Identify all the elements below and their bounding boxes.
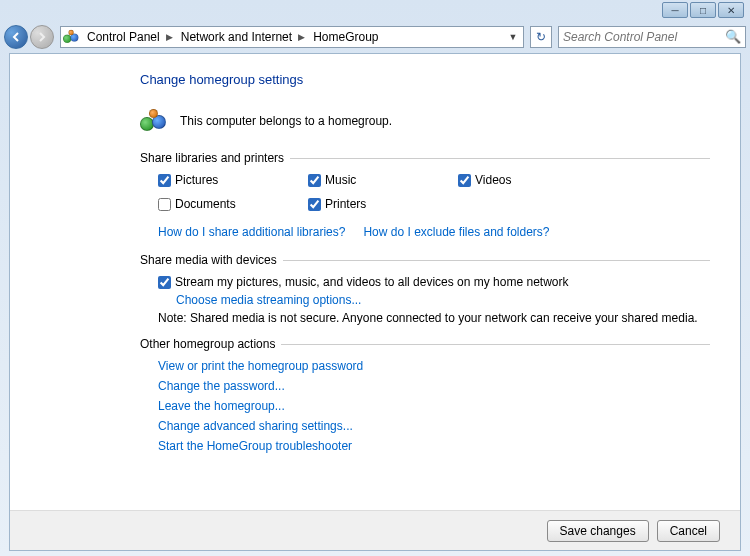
minimize-button[interactable]: ─ (662, 2, 688, 18)
checkbox-input[interactable] (158, 198, 171, 211)
checkbox-input[interactable] (158, 276, 171, 289)
homegroup-icon (63, 29, 81, 45)
nav-back-button[interactable] (4, 25, 28, 49)
link-change-password[interactable]: Change the password... (158, 379, 285, 393)
cancel-button[interactable]: Cancel (657, 520, 720, 542)
refresh-button[interactable]: ↻ (530, 26, 552, 48)
status-row: This computer belongs to a homegroup. (140, 109, 710, 133)
refresh-icon: ↻ (536, 30, 546, 44)
checkbox-label: Printers (325, 197, 366, 211)
checkbox-videos[interactable]: Videos (458, 173, 608, 187)
link-advanced-sharing[interactable]: Change advanced sharing settings... (158, 419, 353, 433)
chevron-right-icon: ▶ (298, 32, 305, 42)
checkbox-input[interactable] (308, 198, 321, 211)
breadcrumb-root[interactable]: Control Panel ▶ (83, 27, 177, 47)
checkbox-label: Documents (175, 197, 236, 211)
link-media-options[interactable]: Choose media streaming options... (176, 293, 361, 307)
checkbox-stream[interactable]: Stream my pictures, music, and videos to… (158, 275, 710, 289)
checkbox-label: Pictures (175, 173, 218, 187)
media-note: Note: Shared media is not secure. Anyone… (140, 311, 710, 325)
checkbox-printers[interactable]: Printers (308, 197, 458, 211)
link-troubleshooter[interactable]: Start the HomeGroup troubleshooter (158, 439, 352, 453)
chevron-right-icon: ▶ (166, 32, 173, 42)
status-text: This computer belongs to a homegroup. (180, 114, 392, 128)
checkbox-label: Stream my pictures, music, and videos to… (175, 275, 569, 289)
address-dropdown[interactable]: ▼ (505, 32, 521, 42)
link-share-additional[interactable]: How do I share additional libraries? (158, 225, 345, 239)
close-button[interactable]: ✕ (718, 2, 744, 18)
homegroup-status-icon (140, 109, 168, 133)
breadcrumb-label: Network and Internet (181, 30, 292, 44)
address-bar[interactable]: Control Panel ▶ Network and Internet ▶ H… (60, 26, 524, 48)
section-share-media: Share media with devices (140, 253, 710, 267)
footer: Save changes Cancel (10, 510, 740, 550)
arrow-right-icon (36, 31, 48, 43)
section-label: Other homegroup actions (140, 337, 275, 351)
page-title: Change homegroup settings (140, 72, 710, 87)
search-box[interactable]: 🔍 (558, 26, 746, 48)
breadcrumb-label: Control Panel (87, 30, 160, 44)
checkbox-input[interactable] (458, 174, 471, 187)
close-icon: ✕ (727, 5, 735, 16)
section-label: Share libraries and printers (140, 151, 284, 165)
nav-bar: Control Panel ▶ Network and Internet ▶ H… (0, 20, 750, 53)
arrow-left-icon (10, 31, 22, 43)
checkbox-input[interactable] (158, 174, 171, 187)
search-input[interactable] (563, 30, 725, 44)
checkbox-pictures[interactable]: Pictures (158, 173, 308, 187)
link-exclude-files[interactable]: How do I exclude files and folders? (363, 225, 549, 239)
section-other-actions: Other homegroup actions (140, 337, 710, 351)
checkbox-label: Music (325, 173, 356, 187)
search-icon: 🔍 (725, 29, 741, 44)
checkbox-documents[interactable]: Documents (158, 197, 308, 211)
content-pane: Change homegroup settings This computer … (9, 53, 741, 551)
link-leave-homegroup[interactable]: Leave the homegroup... (158, 399, 285, 413)
minimize-icon: ─ (671, 5, 678, 16)
nav-forward-button[interactable] (30, 25, 54, 49)
breadcrumb-label: HomeGroup (313, 30, 378, 44)
breadcrumb-homegroup[interactable]: HomeGroup (309, 27, 382, 47)
section-label: Share media with devices (140, 253, 277, 267)
section-share-libraries: Share libraries and printers (140, 151, 710, 165)
maximize-icon: □ (700, 5, 706, 16)
checkbox-input[interactable] (308, 174, 321, 187)
checkbox-music[interactable]: Music (308, 173, 458, 187)
save-button[interactable]: Save changes (547, 520, 649, 542)
maximize-button[interactable]: □ (690, 2, 716, 18)
link-view-password[interactable]: View or print the homegroup password (158, 359, 363, 373)
titlebar: ─ □ ✕ (0, 0, 750, 20)
checkbox-label: Videos (475, 173, 511, 187)
breadcrumb-network[interactable]: Network and Internet ▶ (177, 27, 309, 47)
